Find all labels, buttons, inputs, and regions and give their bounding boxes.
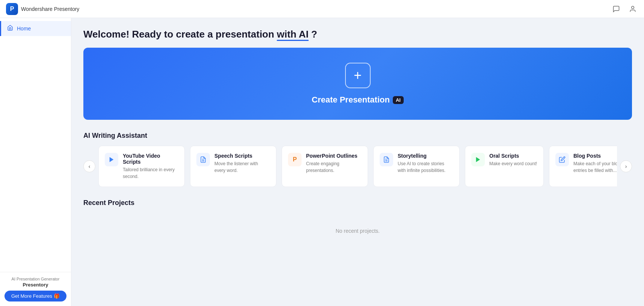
card-desc-powerpoint: Create engaging presentations. [306, 160, 362, 174]
main-layout: Home AI Presentation Generator Presentor… [0, 18, 644, 306]
chat-icon[interactable] [611, 4, 621, 14]
card-title-oral: Oral Scripts [489, 153, 537, 159]
app-logo: P [6, 3, 18, 15]
card-storytelling[interactable]: Storytelling Use AI to create stories wi… [373, 146, 460, 187]
card-title-storytelling: Storytelling [398, 153, 453, 159]
recent-projects-title: Recent Projects [83, 199, 632, 207]
card-desc-storytelling: Use AI to create stories with infinite p… [398, 160, 453, 174]
get-more-features-button[interactable]: Get More Features 🎁 [5, 291, 66, 301]
card-text-speech: Speech Scripts Move the listener with ev… [214, 153, 270, 174]
card-title-blog: Blog Posts [573, 153, 617, 159]
card-icon-speech [196, 153, 210, 166]
card-speech[interactable]: Speech Scripts Move the listener with ev… [190, 146, 276, 187]
svg-point-0 [632, 6, 634, 9]
card-text-youtube: YouTube Video Scripts Tailored brillianc… [123, 153, 178, 180]
svg-marker-6 [476, 157, 480, 162]
ai-writing-section: AI Writing Assistant ‹ YouTube Video Scr… [83, 132, 632, 187]
cards-container: ‹ YouTube Video Scripts Tailored brillia… [83, 146, 632, 187]
sidebar-bottom: AI Presentation Generator Presentory Get… [0, 272, 71, 306]
recent-projects-section: Recent Projects No recent projects. [83, 199, 632, 249]
user-icon[interactable] [627, 4, 638, 14]
gift-emoji: 🎁 [54, 293, 60, 299]
card-oral[interactable]: Oral Scripts Make every word count! [465, 146, 544, 187]
card-desc-blog: Make each of your blog entries be filled… [573, 160, 617, 174]
card-text-storytelling: Storytelling Use AI to create stories wi… [398, 153, 453, 174]
card-text-oral: Oral Scripts Make every word count! [489, 153, 537, 167]
create-presentation-banner[interactable]: + Create Presentation AI [83, 48, 632, 120]
app-identity: P Wondershare Presentory [6, 3, 79, 15]
card-icon-storytelling [380, 153, 393, 166]
card-powerpoint[interactable]: P PowerPoint Outlines Create engaging pr… [282, 146, 368, 187]
card-icon-blog [555, 153, 569, 166]
promo-generator-label: AI Presentation Generator [5, 277, 66, 281]
main-content: Welcome! Ready to create a presentation … [71, 18, 644, 306]
create-label-text: Create Presentation [312, 95, 390, 105]
sidebar: Home AI Presentation Generator Presentor… [0, 18, 71, 306]
card-icon-powerpoint: P [288, 153, 302, 166]
card-blog[interactable]: Blog Posts Make each of your blog entrie… [549, 146, 617, 187]
welcome-title: Welcome! Ready to create a presentation … [83, 29, 632, 40]
sidebar-item-home[interactable]: Home [0, 21, 71, 36]
title-bar-actions [611, 4, 638, 14]
cards-prev-button[interactable]: ‹ [83, 160, 95, 172]
card-text-powerpoint: PowerPoint Outlines Create engaging pres… [306, 153, 362, 174]
ai-writing-title: AI Writing Assistant [83, 132, 632, 140]
home-icon [7, 25, 13, 32]
card-desc-oral: Make every word count! [489, 160, 537, 167]
create-label: Create Presentation AI [312, 95, 404, 105]
svg-marker-1 [110, 157, 114, 162]
card-icon-youtube [105, 153, 118, 166]
card-desc-speech: Move the listener with every word. [214, 160, 270, 174]
card-youtube[interactable]: YouTube Video Scripts Tailored brillianc… [98, 146, 185, 187]
ai-badge: AI [393, 96, 404, 104]
promo-product-name: Presentory [5, 282, 66, 288]
create-plus-icon: + [345, 63, 371, 88]
card-desc-youtube: Tailored brilliance in every second. [123, 166, 178, 180]
card-icon-oral [471, 153, 485, 166]
sidebar-nav: Home [0, 18, 71, 272]
no-projects-message: No recent projects. [83, 213, 632, 249]
card-title-speech: Speech Scripts [214, 153, 270, 159]
welcome-ai-text: with AI [277, 29, 308, 40]
card-title-powerpoint: PowerPoint Outlines [306, 153, 362, 159]
card-text-blog: Blog Posts Make each of your blog entrie… [573, 153, 617, 174]
cards-scroll: YouTube Video Scripts Tailored brillianc… [98, 146, 617, 187]
sidebar-item-home-label: Home [17, 26, 31, 32]
get-more-label: Get More Features [11, 293, 52, 299]
app-name: Wondershare Presentory [21, 6, 79, 12]
card-title-youtube: YouTube Video Scripts [123, 153, 178, 165]
cards-next-button[interactable]: › [620, 160, 632, 172]
title-bar: P Wondershare Presentory [0, 0, 644, 18]
